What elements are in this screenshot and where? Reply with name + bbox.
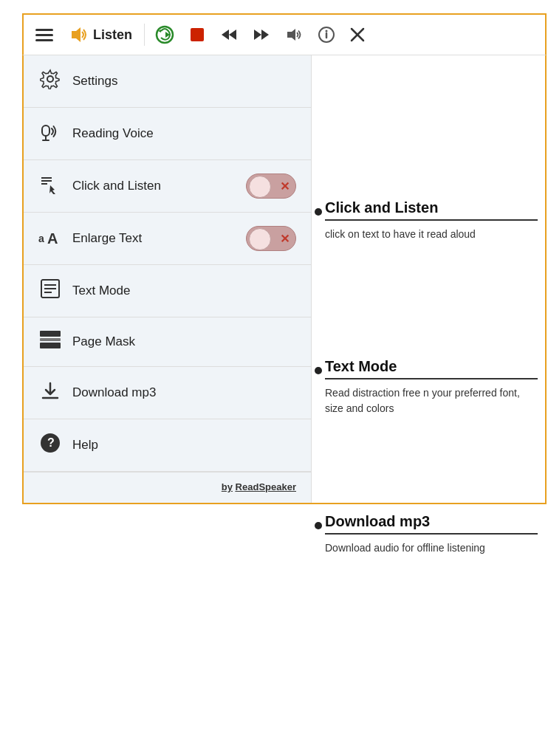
svg-point-14 [326, 30, 328, 32]
toolbar: Listen [22, 13, 547, 55]
menu-list: Settings Reading Voice [24, 55, 312, 503]
replay-icon [155, 25, 174, 44]
svg-text:?: ? [47, 436, 55, 449]
enlarge-text-label: Enlarge Text [72, 231, 236, 246]
voice-icon [38, 121, 62, 146]
help-label: Help [72, 438, 296, 453]
volume-button[interactable] [279, 21, 309, 48]
text-size-icon: a A [38, 226, 62, 251]
download-icon [38, 380, 62, 405]
svg-marker-7 [222, 30, 229, 40]
svg-marker-10 [261, 30, 269, 40]
tooltip-click-listen-desc: click on text to have it read aloud [325, 227, 538, 242]
menu-item-click-and-listen[interactable]: Click and Listen ✕ [24, 160, 311, 213]
speaker-icon [69, 26, 87, 44]
svg-rect-2 [35, 39, 53, 41]
tooltip-text-mode-desc: Read distraction free n your preferred f… [325, 385, 538, 416]
tooltip-text-mode-title: Text Mode [325, 358, 538, 379]
toggle-knob-2 [249, 228, 271, 250]
svg-rect-6 [191, 28, 204, 41]
footer-prefix: by [222, 481, 233, 492]
toggle-x-icon-2: ✕ [280, 232, 290, 246]
reading-voice-label: Reading Voice [72, 126, 296, 141]
tooltip-click-listen-title: Click and Listen [325, 199, 538, 221]
volume-icon [285, 26, 303, 44]
tooltip-click-and-listen: Click and Listen click on text to have i… [319, 199, 538, 242]
page-mask-label: Page Mask [72, 334, 296, 349]
forward-icon [253, 26, 270, 44]
svg-text:a: a [38, 233, 44, 244]
menu-item-enlarge-text[interactable]: a A Enlarge Text ✕ [24, 213, 311, 265]
listen-label: Listen [93, 27, 132, 43]
forward-button[interactable] [247, 21, 276, 48]
menu-button[interactable] [30, 21, 59, 48]
click-listen-icon [38, 173, 62, 199]
click-and-listen-label: Click and Listen [72, 179, 236, 193]
svg-marker-9 [254, 30, 261, 40]
main-panel: Settings Reading Voice [22, 55, 547, 504]
svg-rect-0 [35, 29, 53, 31]
toggle-knob [249, 176, 271, 198]
help-icon: ? [38, 433, 62, 458]
connector-dot-3 [315, 522, 322, 529]
download-mp3-label: Download mp3 [72, 385, 296, 400]
close-button[interactable] [344, 23, 371, 47]
info-button[interactable] [312, 21, 341, 48]
toggle-x-icon: ✕ [280, 179, 290, 193]
stop-icon [189, 27, 205, 43]
widget-container: Listen [22, 13, 547, 504]
tooltip-download-mp3: Download mp3 Download audio for offline … [319, 513, 538, 556]
replay-button[interactable] [149, 21, 180, 49]
tooltip-download-mp3-desc: Download audio for offline listening [325, 540, 538, 556]
footer: by ReadSpeaker [24, 472, 311, 503]
listen-button[interactable]: Listen [62, 21, 140, 48]
svg-marker-3 [72, 27, 81, 42]
enlarge-text-toggle[interactable]: ✕ [246, 226, 296, 251]
menu-item-text-mode[interactable]: Text Mode [24, 265, 311, 317]
footer-brand: ReadSpeaker [236, 481, 296, 492]
svg-marker-11 [287, 29, 295, 41]
text-mode-icon [38, 278, 62, 303]
page-mask-icon [38, 331, 62, 353]
connector-dot-1 [315, 208, 322, 216]
gear-icon [38, 69, 62, 94]
menu-item-download-mp3[interactable]: Download mp3 [24, 367, 311, 419]
menu-item-help[interactable]: ? Help [24, 419, 311, 472]
right-panel: Click and Listen click on text to have i… [312, 55, 545, 503]
menu-item-page-mask[interactable]: Page Mask [24, 317, 311, 367]
svg-rect-18 [42, 126, 49, 136]
menu-item-settings[interactable]: Settings [24, 55, 311, 108]
menu-item-reading-voice[interactable]: Reading Voice [24, 108, 311, 160]
click-listen-toggle[interactable]: ✕ [246, 173, 296, 199]
svg-point-17 [47, 76, 53, 82]
tooltip-download-mp3-title: Download mp3 [325, 513, 538, 535]
menu-icon [35, 26, 53, 44]
close-icon [350, 27, 365, 42]
stop-button[interactable] [183, 22, 211, 47]
rewind-icon [220, 26, 238, 44]
svg-marker-8 [229, 30, 236, 40]
settings-label: Settings [72, 74, 296, 89]
info-icon [318, 26, 335, 44]
connector-dot-2 [315, 367, 322, 374]
svg-rect-30 [40, 331, 61, 337]
svg-rect-1 [35, 34, 53, 36]
tooltip-text-mode: Text Mode Read distraction free n your p… [319, 358, 538, 416]
rewind-button[interactable] [214, 21, 244, 48]
svg-text:A: A [47, 230, 58, 247]
toolbar-divider [144, 24, 145, 46]
svg-rect-31 [40, 338, 61, 341]
text-mode-label: Text Mode [72, 284, 296, 298]
svg-rect-32 [40, 343, 61, 348]
